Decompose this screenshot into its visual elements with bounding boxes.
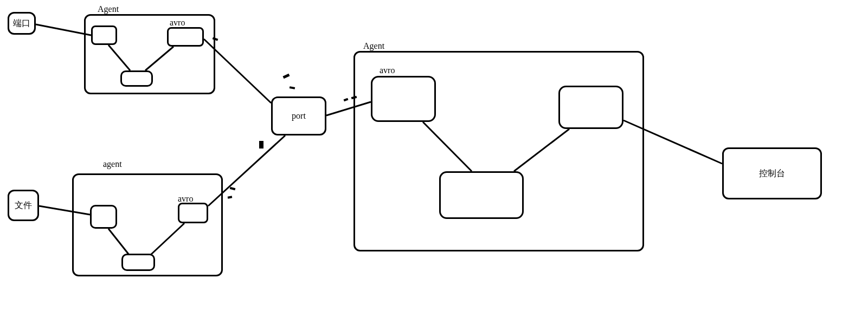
port-source-box: 端口	[8, 12, 36, 35]
agent3-avro-label: avro	[380, 66, 395, 75]
center-port-label: port	[292, 111, 306, 121]
console-label: 控制台	[759, 168, 785, 179]
console-box: 控制台	[722, 147, 822, 199]
stray-mark	[290, 86, 295, 89]
svg-line-0	[36, 24, 91, 35]
agent3-channel-box	[439, 171, 524, 219]
file-source-label: 文件	[15, 200, 32, 211]
agent1-sink-box	[167, 27, 204, 47]
stray-mark	[230, 187, 236, 190]
agent3-sink-box	[558, 86, 623, 129]
stray-mark	[283, 74, 290, 79]
agent2-title: agent	[103, 159, 122, 169]
stray-mark	[259, 141, 263, 148]
stray-mark	[228, 196, 233, 198]
agent1-avro-label: avro	[170, 18, 185, 28]
agent1-title: Agent	[98, 4, 119, 14]
file-source-box: 文件	[8, 190, 39, 221]
stray-mark	[344, 98, 349, 101]
agent2-sink-box	[178, 203, 208, 223]
agent3-title: Agent	[363, 41, 384, 51]
port-source-label: 端口	[13, 18, 30, 29]
agent2-source-box	[90, 205, 117, 229]
agent1-source-box	[91, 25, 117, 45]
agent2-channel-box	[121, 254, 155, 271]
center-port-box: port	[271, 96, 326, 135]
agent3-source-box	[371, 76, 436, 122]
agent1-channel-box	[120, 70, 153, 87]
